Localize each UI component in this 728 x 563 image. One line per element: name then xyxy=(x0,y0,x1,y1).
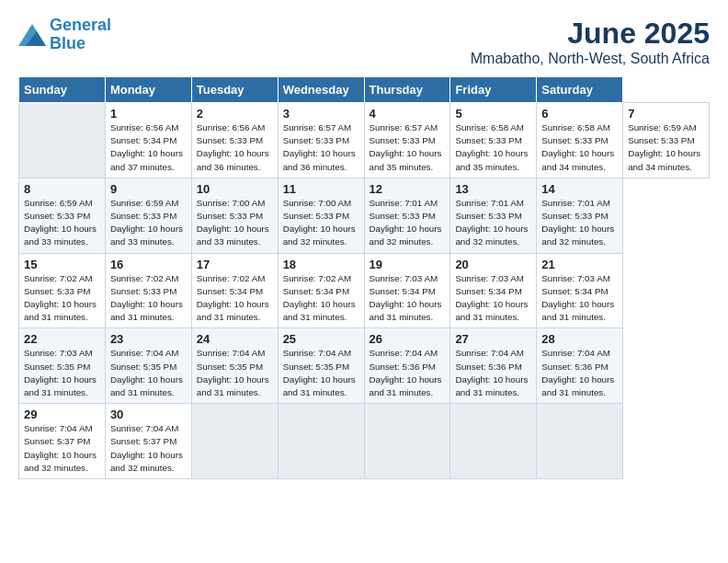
week-row-3: 15Sunrise: 7:02 AM Sunset: 5:33 PM Dayli… xyxy=(19,253,710,328)
day-info: Sunrise: 7:02 AM Sunset: 5:34 PM Dayligh… xyxy=(197,272,273,325)
day-info: Sunrise: 7:04 AM Sunset: 5:35 PM Dayligh… xyxy=(283,347,359,399)
day-number: 11 xyxy=(283,182,359,196)
calendar-cell: 10Sunrise: 7:00 AM Sunset: 5:33 PM Dayli… xyxy=(191,178,278,253)
subtitle: Mmabatho, North-West, South Africa xyxy=(471,51,710,67)
logo-text: General Blue xyxy=(50,17,111,53)
day-info: Sunrise: 7:04 AM Sunset: 5:35 PM Dayligh… xyxy=(110,347,187,399)
calendar-cell: 8Sunrise: 6:59 AM Sunset: 5:33 PM Daylig… xyxy=(19,178,106,253)
week-row-2: 8Sunrise: 6:59 AM Sunset: 5:33 PM Daylig… xyxy=(19,178,710,253)
calendar-cell xyxy=(278,404,364,479)
calendar-cell: 26Sunrise: 7:04 AM Sunset: 5:36 PM Dayli… xyxy=(364,328,450,404)
calendar-cell: 2Sunrise: 6:56 AM Sunset: 5:33 PM Daylig… xyxy=(191,103,278,178)
col-header-friday: Friday xyxy=(450,77,537,103)
day-number: 24 xyxy=(197,332,273,346)
day-number: 22 xyxy=(24,332,100,346)
calendar-cell xyxy=(191,404,278,479)
day-info: Sunrise: 7:03 AM Sunset: 5:35 PM Dayligh… xyxy=(24,347,100,399)
header-row: SundayMondayTuesdayWednesdayThursdayFrid… xyxy=(19,77,710,103)
calendar-cell: 6Sunrise: 6:58 AM Sunset: 5:33 PM Daylig… xyxy=(537,103,623,178)
day-info: Sunrise: 6:56 AM Sunset: 5:33 PM Dayligh… xyxy=(197,121,273,174)
calendar-cell xyxy=(450,404,537,479)
logo-blue: Blue xyxy=(50,34,85,52)
day-number: 28 xyxy=(541,332,618,346)
calendar-cell: 20Sunrise: 7:03 AM Sunset: 5:34 PM Dayli… xyxy=(450,253,537,328)
day-info: Sunrise: 7:01 AM Sunset: 5:33 PM Dayligh… xyxy=(370,197,446,249)
day-number: 6 xyxy=(541,107,618,121)
day-number: 19 xyxy=(370,258,446,271)
week-row-5: 29Sunrise: 7:04 AM Sunset: 5:37 PM Dayli… xyxy=(19,404,710,479)
calendar-cell: 14Sunrise: 7:01 AM Sunset: 5:33 PM Dayli… xyxy=(537,178,623,253)
day-number: 7 xyxy=(628,107,704,121)
day-info: Sunrise: 7:03 AM Sunset: 5:34 PM Dayligh… xyxy=(370,272,446,325)
day-info: Sunrise: 6:59 AM Sunset: 5:33 PM Dayligh… xyxy=(110,197,187,249)
day-info: Sunrise: 7:04 AM Sunset: 5:37 PM Dayligh… xyxy=(24,422,100,475)
calendar-cell: 11Sunrise: 7:00 AM Sunset: 5:33 PM Dayli… xyxy=(278,178,364,253)
day-number: 12 xyxy=(370,182,446,196)
calendar-cell: 30Sunrise: 7:04 AM Sunset: 5:37 PM Dayli… xyxy=(105,404,191,479)
day-info: Sunrise: 7:04 AM Sunset: 5:36 PM Dayligh… xyxy=(370,347,446,399)
day-info: Sunrise: 7:00 AM Sunset: 5:33 PM Dayligh… xyxy=(197,197,273,249)
calendar-cell: 17Sunrise: 7:02 AM Sunset: 5:34 PM Dayli… xyxy=(191,253,278,328)
calendar-table: SundayMondayTuesdayWednesdayThursdayFrid… xyxy=(18,76,710,479)
col-header-thursday: Thursday xyxy=(364,77,450,103)
day-number: 20 xyxy=(455,258,531,271)
day-number: 8 xyxy=(24,182,100,196)
day-info: Sunrise: 7:01 AM Sunset: 5:33 PM Dayligh… xyxy=(541,197,618,249)
day-info: Sunrise: 7:00 AM Sunset: 5:33 PM Dayligh… xyxy=(283,197,359,249)
calendar-cell: 12Sunrise: 7:01 AM Sunset: 5:33 PM Dayli… xyxy=(364,178,450,253)
day-number: 10 xyxy=(197,182,273,196)
day-info: Sunrise: 7:03 AM Sunset: 5:34 PM Dayligh… xyxy=(541,272,618,325)
day-number: 29 xyxy=(24,408,100,421)
page: General Blue June 2025 Mmabatho, North-W… xyxy=(0,0,728,488)
calendar-cell: 23Sunrise: 7:04 AM Sunset: 5:35 PM Dayli… xyxy=(105,328,191,404)
col-header-sunday: Sunday xyxy=(19,77,106,103)
day-number: 14 xyxy=(541,182,618,196)
col-header-saturday: Saturday xyxy=(537,77,623,103)
day-info: Sunrise: 7:04 AM Sunset: 5:36 PM Dayligh… xyxy=(455,347,531,399)
calendar-cell xyxy=(19,103,106,178)
day-number: 1 xyxy=(110,107,187,121)
day-number: 3 xyxy=(283,107,359,121)
calendar-cell: 3Sunrise: 6:57 AM Sunset: 5:33 PM Daylig… xyxy=(278,103,364,178)
calendar-cell: 9Sunrise: 6:59 AM Sunset: 5:33 PM Daylig… xyxy=(105,178,191,253)
day-number: 23 xyxy=(110,332,187,346)
logo-icon xyxy=(18,24,46,46)
day-info: Sunrise: 7:02 AM Sunset: 5:34 PM Dayligh… xyxy=(283,272,359,325)
day-number: 5 xyxy=(455,107,531,121)
day-info: Sunrise: 6:57 AM Sunset: 5:33 PM Dayligh… xyxy=(370,121,446,174)
calendar-cell: 18Sunrise: 7:02 AM Sunset: 5:34 PM Dayli… xyxy=(278,253,364,328)
calendar-cell: 24Sunrise: 7:04 AM Sunset: 5:35 PM Dayli… xyxy=(191,328,278,404)
col-header-tuesday: Tuesday xyxy=(191,77,278,103)
day-number: 17 xyxy=(197,258,273,271)
week-row-4: 22Sunrise: 7:03 AM Sunset: 5:35 PM Dayli… xyxy=(19,328,710,404)
calendar-cell: 4Sunrise: 6:57 AM Sunset: 5:33 PM Daylig… xyxy=(364,103,450,178)
day-info: Sunrise: 7:04 AM Sunset: 5:35 PM Dayligh… xyxy=(197,347,273,399)
day-number: 4 xyxy=(370,107,446,121)
calendar-cell: 15Sunrise: 7:02 AM Sunset: 5:33 PM Dayli… xyxy=(19,253,106,328)
calendar-cell: 16Sunrise: 7:02 AM Sunset: 5:33 PM Dayli… xyxy=(105,253,191,328)
day-info: Sunrise: 7:01 AM Sunset: 5:33 PM Dayligh… xyxy=(455,197,531,249)
day-number: 27 xyxy=(455,332,531,346)
calendar-cell: 22Sunrise: 7:03 AM Sunset: 5:35 PM Dayli… xyxy=(19,328,106,404)
calendar-cell: 19Sunrise: 7:03 AM Sunset: 5:34 PM Dayli… xyxy=(364,253,450,328)
logo-general: General xyxy=(50,16,111,34)
calendar-cell xyxy=(364,404,450,479)
calendar-cell: 21Sunrise: 7:03 AM Sunset: 5:34 PM Dayli… xyxy=(537,253,623,328)
calendar-cell: 28Sunrise: 7:04 AM Sunset: 5:36 PM Dayli… xyxy=(537,328,623,404)
day-info: Sunrise: 7:02 AM Sunset: 5:33 PM Dayligh… xyxy=(110,272,187,325)
main-title: June 2025 xyxy=(471,17,710,51)
day-number: 18 xyxy=(283,258,359,271)
calendar-cell: 29Sunrise: 7:04 AM Sunset: 5:37 PM Dayli… xyxy=(19,404,106,479)
calendar-cell: 27Sunrise: 7:04 AM Sunset: 5:36 PM Dayli… xyxy=(450,328,537,404)
week-row-1: 1Sunrise: 6:56 AM Sunset: 5:34 PM Daylig… xyxy=(19,103,710,178)
day-number: 16 xyxy=(110,258,187,271)
calendar-cell: 25Sunrise: 7:04 AM Sunset: 5:35 PM Dayli… xyxy=(278,328,364,404)
col-header-monday: Monday xyxy=(105,77,191,103)
title-block: June 2025 Mmabatho, North-West, South Af… xyxy=(471,17,710,67)
day-number: 2 xyxy=(197,107,273,121)
logo: General Blue xyxy=(18,17,111,53)
day-info: Sunrise: 6:58 AM Sunset: 5:33 PM Dayligh… xyxy=(541,121,618,174)
header: General Blue June 2025 Mmabatho, North-W… xyxy=(18,17,710,67)
day-number: 21 xyxy=(541,258,618,271)
calendar-cell: 5Sunrise: 6:58 AM Sunset: 5:33 PM Daylig… xyxy=(450,103,537,178)
